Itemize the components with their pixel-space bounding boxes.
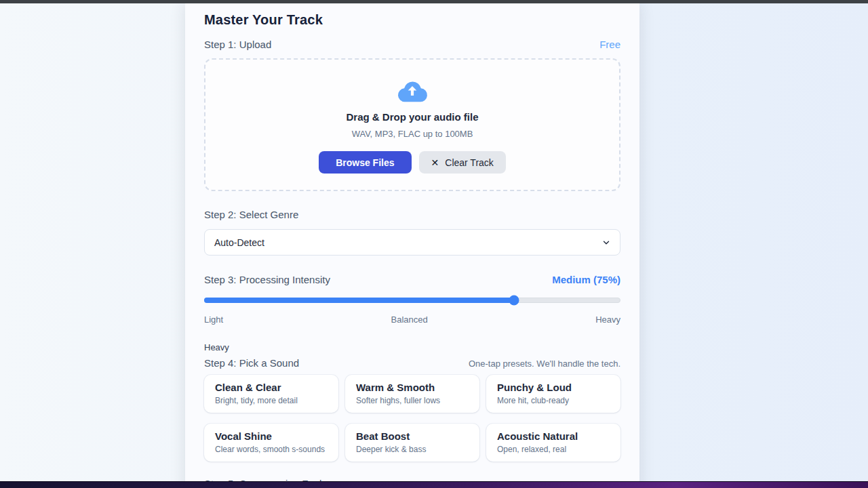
- step2-header: Step 2: Select Genre: [204, 209, 620, 220]
- preset-title: Acoustic Natural: [497, 430, 610, 443]
- preset-title: Warm & Smooth: [356, 381, 469, 394]
- intensity-slider-thumb[interactable]: [509, 296, 519, 306]
- step4-header: Step 4: Pick a Sound One-tap presets. We…: [204, 357, 620, 369]
- top-window-bar: [0, 0, 868, 3]
- preset-grid: Clean & Clear Bright, tidy, more detail …: [204, 375, 620, 462]
- upload-dropzone[interactable]: Drag & Drop your audio file WAV, MP3, FL…: [204, 58, 620, 191]
- step1-label: Step 1: Upload: [204, 39, 271, 50]
- cloud-upload-icon: [397, 77, 428, 103]
- preset-description: Open, relaxed, real: [497, 445, 610, 455]
- step3-header: Step 3: Processing Intensity Medium (75%…: [204, 274, 620, 285]
- step4-label: Step 4: Pick a Sound: [204, 357, 299, 369]
- dropzone-title: Drag & Drop your audio file: [346, 111, 478, 123]
- preset-title: Clean & Clear: [215, 381, 328, 394]
- preset-card-clean-clear[interactable]: Clean & Clear Bright, tidy, more detail: [204, 375, 338, 413]
- preset-card-beat-boost[interactable]: Beat Boost Deeper kick & bass: [345, 424, 479, 462]
- step3-label: Step 3: Processing Intensity: [204, 274, 330, 285]
- intensity-max-label: Heavy: [595, 314, 620, 325]
- preset-description: More hit, club-ready: [497, 396, 610, 406]
- step4-hint: One-tap presets. We'll handle the tech.: [469, 359, 620, 369]
- preset-description: Bright, tidy, more detail: [215, 396, 328, 406]
- preset-title: Beat Boost: [356, 430, 469, 443]
- page-title: Master Your Track: [204, 3, 620, 28]
- intensity-slider-fill: [204, 298, 514, 303]
- intensity-min-label: Light: [204, 314, 223, 325]
- close-icon: ✕: [431, 157, 439, 168]
- preset-description: Softer highs, fuller lows: [356, 396, 469, 406]
- preset-card-punchy-loud[interactable]: Punchy & Loud More hit, club-ready: [486, 375, 620, 413]
- intensity-value-label: Medium (75%): [552, 274, 620, 285]
- intensity-description: Heavy: [204, 342, 620, 352]
- preset-description: Deeper kick & bass: [356, 445, 469, 455]
- browse-files-button[interactable]: Browse Files: [319, 151, 411, 174]
- intensity-scale-labels: Light Balanced Heavy: [204, 314, 620, 325]
- preset-card-vocal-shine[interactable]: Vocal Shine Clear words, smooth s-sounds: [204, 424, 338, 462]
- preset-card-warm-smooth[interactable]: Warm & Smooth Softer highs, fuller lows: [345, 375, 479, 413]
- dropzone-subtitle: WAV, MP3, FLAC up to 100MB: [352, 129, 473, 139]
- chevron-down-icon: [601, 238, 611, 247]
- step1-header: Step 1: Upload Free: [204, 39, 620, 50]
- clear-track-button[interactable]: ✕ Clear Track: [419, 151, 506, 174]
- intensity-slider[interactable]: [204, 298, 620, 303]
- free-badge: Free: [599, 39, 620, 50]
- intensity-mid-label: Balanced: [391, 314, 428, 325]
- preset-card-acoustic-natural[interactable]: Acoustic Natural Open, relaxed, real: [486, 424, 620, 462]
- mastering-panel: Master Your Track Step 1: Upload Free Dr…: [185, 3, 639, 488]
- genre-selected-value: Auto-Detect: [214, 237, 264, 248]
- clear-track-label: Clear Track: [445, 157, 494, 168]
- genre-select[interactable]: Auto-Detect: [204, 229, 620, 256]
- preset-title: Punchy & Loud: [497, 381, 610, 394]
- bottom-window-bar: [0, 481, 868, 488]
- dropzone-buttons: Browse Files ✕ Clear Track: [319, 151, 506, 174]
- step2-label: Step 2: Select Genre: [204, 209, 298, 220]
- preset-title: Vocal Shine: [215, 430, 328, 443]
- preset-description: Clear words, smooth s-sounds: [215, 445, 328, 455]
